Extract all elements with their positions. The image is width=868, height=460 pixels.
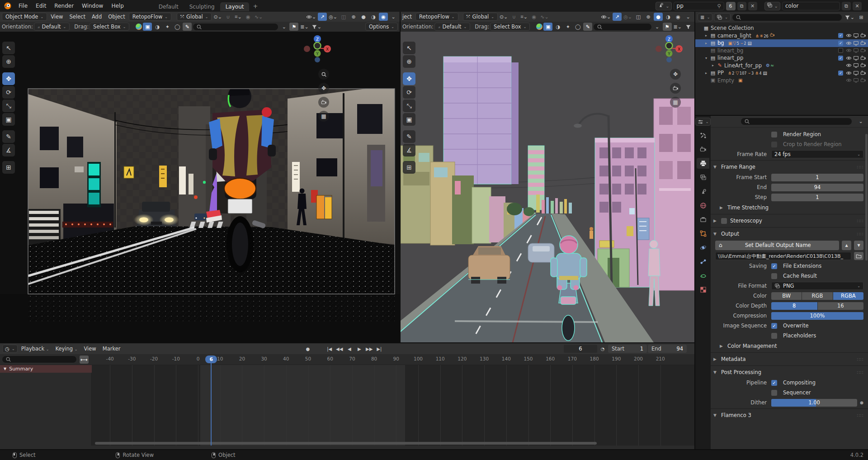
outliner-filter-dropdown[interactable]: ⌄: [844, 13, 855, 21]
frame-end-chip[interactable]: End94: [648, 345, 687, 353]
disable-in-viewports-toggle[interactable]: [853, 33, 859, 38]
scene-users-count[interactable]: 6: [726, 2, 736, 10]
workspace-tab-sculpting[interactable]: Sculpting: [184, 2, 220, 11]
hide-in-viewport-toggle[interactable]: [846, 62, 852, 68]
collection-checkbox[interactable]: ✓: [838, 33, 843, 38]
add-cube-tool[interactable]: ⊞: [403, 161, 415, 174]
timeline-search-input[interactable]: [2, 356, 77, 363]
shading-wireframe-button[interactable]: ⊕: [644, 13, 653, 21]
overlays-dropdown[interactable]: ◎⌄: [623, 13, 633, 21]
disable-in-viewports-toggle[interactable]: [853, 77, 859, 83]
gizmos-toggle[interactable]: ↗: [318, 13, 327, 21]
editor-type-dropdown[interactable]: ◷⌄: [2, 345, 18, 353]
pivot-point-dropdown[interactable]: ⊙⌄: [499, 13, 509, 21]
rf-tool-sphere-icon[interactable]: ◑: [553, 23, 562, 31]
hide-in-viewport-toggle[interactable]: [846, 77, 852, 83]
zoom-icon[interactable]: [318, 69, 329, 80]
shading-dropdown[interactable]: ⌄: [389, 13, 398, 21]
tree-display-dropdown[interactable]: ≣⌄: [673, 23, 683, 31]
browse-folder-button[interactable]: [854, 252, 863, 260]
disable-in-viewports-toggle[interactable]: [853, 40, 859, 46]
jump-to-end-button[interactable]: ▶|: [375, 345, 384, 353]
disable-in-renders-toggle[interactable]: [860, 47, 866, 53]
tab-scene[interactable]: [697, 186, 709, 197]
expand-arrow-icon[interactable]: ▸: [704, 71, 708, 75]
proportional-edit-toggle[interactable]: ◉: [244, 13, 253, 21]
filter-funnel-icon[interactable]: [684, 23, 693, 31]
outliner-search-input[interactable]: [732, 14, 842, 21]
display-mode-dropdown[interactable]: ⌄: [714, 13, 731, 21]
dither-decouple-dot[interactable]: ●: [860, 400, 863, 405]
object-menu-clipped[interactable]: ject: [402, 14, 415, 20]
editor-type-dropdown[interactable]: ≣⌄: [698, 13, 712, 21]
snap-settings-dropdown[interactable]: ⌗⌄: [519, 13, 528, 21]
viewport-left[interactable]: Object Mode⌄ View Select Add Object Reto…: [0, 12, 400, 342]
placeholders-checkbox[interactable]: [771, 333, 777, 339]
output-panel-header[interactable]: ▼Output∷∷: [713, 228, 863, 239]
playback-menu[interactable]: Playback ⌄: [19, 346, 52, 352]
render-region-checkbox[interactable]: [771, 132, 777, 138]
retopoflow-sphere-icon[interactable]: [536, 24, 542, 30]
collapse-chevron[interactable]: ⌄: [279, 23, 288, 31]
tab-output[interactable]: [697, 158, 709, 169]
disable-in-renders-toggle[interactable]: [860, 77, 866, 83]
disable-in-renders-toggle[interactable]: [860, 55, 866, 61]
add-cube-tool[interactable]: ⊞: [2, 161, 15, 174]
collapse-chevron[interactable]: ⌄: [653, 23, 662, 31]
select-box-tool[interactable]: ↖: [2, 42, 15, 54]
viewport-left-nav-gizmo[interactable]: Z X Y: [303, 33, 332, 62]
drag-dropdown[interactable]: Select Box⌄: [90, 23, 129, 31]
workspace-tab-default[interactable]: Default: [153, 2, 184, 11]
proportional-edit-toggle[interactable]: ◉: [529, 13, 538, 21]
marker-menu[interactable]: Marker: [100, 346, 123, 352]
scale-tool[interactable]: ⤡: [403, 100, 415, 112]
frame-start-chip[interactable]: Start1: [608, 345, 647, 353]
shading-rendered-button[interactable]: ◉: [674, 13, 683, 21]
output-name-down-button[interactable]: ▼: [854, 241, 863, 250]
rotate-tool[interactable]: ⟳: [2, 86, 15, 99]
transform-tool[interactable]: ▣: [403, 113, 415, 126]
file-extensions-checkbox[interactable]: ✓: [771, 263, 777, 269]
cursor-tool[interactable]: ⊕: [2, 55, 15, 68]
summary-channel[interactable]: ▼Summary: [0, 365, 92, 373]
color-bw-button[interactable]: BW: [771, 292, 802, 300]
scene-type-dropdown[interactable]: ⌄: [656, 2, 671, 10]
disable-in-renders-toggle[interactable]: [860, 70, 866, 76]
frame-rate-dropdown[interactable]: 24 fps⌄: [771, 150, 863, 158]
hide-in-viewport-toggle[interactable]: [846, 70, 852, 76]
rf-tool-brush-icon[interactable]: ✎: [583, 23, 592, 31]
rotate-tool[interactable]: ⟳: [403, 86, 415, 99]
hide-in-viewport-toggle[interactable]: [846, 47, 852, 53]
shading-dropdown[interactable]: ⌄: [684, 13, 693, 21]
tab-object[interactable]: [697, 228, 709, 239]
shading-wireframe-button[interactable]: ⊕: [349, 13, 358, 21]
shading-rendered-button[interactable]: ◉: [379, 13, 388, 21]
bookmark-icon[interactable]: ⚑: [289, 23, 298, 31]
bookmark-icon[interactable]: ⚑: [663, 23, 672, 31]
viewport-search-input[interactable]: [193, 23, 278, 31]
menu-render[interactable]: Render: [50, 0, 78, 12]
rf-tool-brush-icon[interactable]: ✎: [183, 23, 192, 31]
rf-tool-figure-icon[interactable]: ✦: [563, 23, 572, 31]
outliner-row-camera-light[interactable]: ▸▤camera_light⋔✳26✓: [695, 32, 868, 40]
frame-range-panel-header[interactable]: ▼Frame Range∷∷: [713, 161, 863, 172]
perspective-icon[interactable]: ▦: [670, 97, 681, 108]
time-stretching-panel-header[interactable]: ▶Time Stretching: [713, 202, 863, 213]
pan-hand-icon[interactable]: ✥: [670, 69, 681, 80]
scene-name-field[interactable]: pp⚲: [674, 2, 724, 10]
dither-slider[interactable]: 1.00: [771, 399, 857, 407]
jump-to-start-button[interactable]: |◀: [325, 345, 334, 353]
viewport-left-render-scene[interactable]: [0, 32, 400, 342]
view-menu[interactable]: View: [81, 346, 99, 352]
pivot-point-dropdown[interactable]: ⊙⌄: [212, 13, 222, 21]
gizmos-toggle[interactable]: ↗: [613, 13, 622, 21]
rf-tool-sphere-icon[interactable]: ◑: [153, 23, 162, 31]
timeline-dopesheet[interactable]: ▼Summary: [0, 365, 694, 446]
color-management-panel-header[interactable]: ▶Color Management: [713, 341, 863, 351]
previous-keyframe-button[interactable]: ◀◀: [335, 345, 344, 353]
timeline-horizontal-scrollbar[interactable]: [95, 442, 597, 445]
view-menu[interactable]: View: [48, 14, 66, 20]
proportional-falloff-dropdown[interactable]: ∿⌄: [539, 13, 549, 21]
editor-type-dropdown[interactable]: ⌄: [695, 118, 711, 126]
compression-slider[interactable]: 100%: [771, 312, 863, 320]
